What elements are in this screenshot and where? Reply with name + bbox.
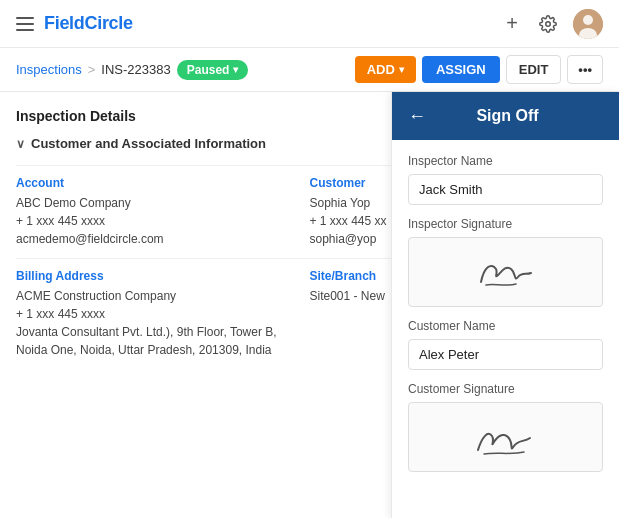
- breadcrumb-left: Inspections > INS-223383 Paused ▾: [16, 60, 248, 80]
- breadcrumb-actions: ADD ▾ ASSIGN EDIT •••: [355, 55, 603, 84]
- billing-line1: ACME Construction Company: [16, 287, 310, 305]
- nav-right: +: [501, 9, 603, 39]
- top-navigation: FieldCircle +: [0, 0, 619, 48]
- nav-left: FieldCircle: [16, 13, 133, 34]
- customer-signature-box[interactable]: [408, 402, 603, 472]
- main-content: Inspection Details ∨ Customer and Associ…: [0, 92, 619, 518]
- collapse-chevron-icon: ∨: [16, 137, 25, 151]
- billing-cell: Billing Address ACME Construction Compan…: [16, 258, 310, 369]
- account-name: ABC Demo Company: [16, 194, 310, 212]
- breadcrumb-inspections[interactable]: Inspections: [16, 62, 82, 77]
- account-phone: + 1 xxx 445 xxxx: [16, 212, 310, 230]
- assign-button[interactable]: ASSIGN: [422, 56, 500, 83]
- sign-off-body: Inspector Name Inspector Signature Custo…: [392, 140, 619, 518]
- customer-signature-label: Customer Signature: [408, 382, 603, 396]
- sign-off-title: Sign Off: [436, 107, 603, 125]
- avatar[interactable]: [573, 9, 603, 39]
- edit-button[interactable]: EDIT: [506, 55, 562, 84]
- billing-label: Billing Address: [16, 269, 310, 283]
- breadcrumb-separator: >: [88, 62, 96, 77]
- brand-name: FieldCircle: [44, 13, 133, 34]
- sign-off-panel: ← Sign Off Inspector Name Inspector Sign…: [391, 92, 619, 518]
- inspector-signature-label: Inspector Signature: [408, 217, 603, 231]
- gear-icon[interactable]: [537, 13, 559, 35]
- add-button[interactable]: ADD ▾: [355, 56, 416, 83]
- inspector-name-label: Inspector Name: [408, 154, 603, 168]
- status-badge[interactable]: Paused ▾: [177, 60, 249, 80]
- account-cell: Account ABC Demo Company + 1 xxx 445 xxx…: [16, 165, 310, 258]
- billing-line2: + 1 xxx 445 xxxx: [16, 305, 310, 323]
- breadcrumb-bar: Inspections > INS-223383 Paused ▾ ADD ▾ …: [0, 48, 619, 92]
- customer-name-input[interactable]: [408, 339, 603, 370]
- inspector-signature-svg: [466, 247, 546, 297]
- status-chevron-icon: ▾: [233, 64, 238, 75]
- billing-line3: Jovanta Consultant Pvt. Ltd.), 9th Floor…: [16, 323, 310, 359]
- hamburger-icon[interactable]: [16, 17, 34, 31]
- svg-point-2: [583, 15, 593, 25]
- plus-icon[interactable]: +: [501, 13, 523, 35]
- add-chevron-icon: ▾: [399, 64, 404, 75]
- breadcrumb-current-id: INS-223383: [101, 62, 170, 77]
- customer-name-label: Customer Name: [408, 319, 603, 333]
- svg-point-0: [546, 21, 551, 26]
- more-button[interactable]: •••: [567, 55, 603, 84]
- inspector-name-input[interactable]: [408, 174, 603, 205]
- customer-signature-svg: [466, 412, 546, 462]
- inspector-signature-box[interactable]: [408, 237, 603, 307]
- account-email: acmedemo@fieldcircle.com: [16, 230, 310, 248]
- back-button[interactable]: ←: [408, 107, 426, 125]
- sign-off-header: ← Sign Off: [392, 92, 619, 140]
- account-label: Account: [16, 176, 310, 190]
